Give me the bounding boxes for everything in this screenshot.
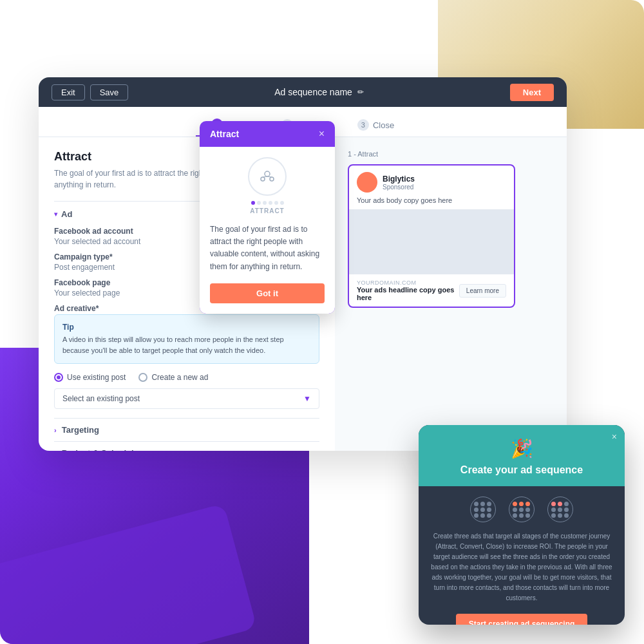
stage-dot bbox=[513, 502, 517, 506]
attract-popup-title: Attract bbox=[210, 129, 239, 139]
stage-convert bbox=[509, 497, 535, 522]
attract-popup: Attract × ATTRACT bbox=[200, 121, 335, 314]
attract-label: ATTRACT bbox=[250, 207, 284, 214]
existing-post-select[interactable]: Select an existing post ▼ bbox=[54, 388, 319, 409]
ad-section-label: Ad bbox=[61, 209, 72, 219]
stage-dot bbox=[558, 513, 562, 518]
dropdown-arrow-icon: ▼ bbox=[303, 394, 311, 403]
attract-icon-area: ATTRACT bbox=[210, 157, 325, 214]
preview-label: 1 - Attract bbox=[348, 150, 554, 158]
svg-line-4 bbox=[267, 176, 272, 177]
stage-dot bbox=[474, 513, 478, 518]
tab-num-close: 3 bbox=[357, 119, 369, 131]
ad-account-info: Biglytics Sponsored bbox=[383, 175, 415, 191]
save-button[interactable]: Save bbox=[90, 84, 129, 100]
top-bar-left: Exit Save bbox=[52, 84, 128, 100]
stage-circle-close bbox=[547, 497, 573, 522]
right-panel: 1 - Attract Biglytics Sponsored Your ads… bbox=[335, 137, 567, 451]
stage-dot bbox=[480, 502, 485, 506]
attract-svg-icon bbox=[258, 167, 276, 185]
attract-circle-icon bbox=[248, 157, 287, 196]
dots-row bbox=[251, 201, 284, 205]
sequence-title: Ad sequence name ✏ bbox=[274, 87, 364, 97]
stage-dots-attract bbox=[474, 502, 492, 518]
stage-attract bbox=[470, 497, 496, 522]
targeting-label: Targeting bbox=[62, 425, 99, 435]
stage-dot bbox=[551, 507, 556, 512]
ad-preview-header: Biglytics Sponsored bbox=[349, 166, 514, 196]
stage-dot bbox=[526, 513, 530, 518]
bottom-card-inner: 🎉 Create your ad sequence × bbox=[419, 425, 625, 625]
stage-circle-attract bbox=[470, 497, 496, 522]
stage-dot bbox=[487, 502, 491, 506]
dot-4 bbox=[269, 201, 272, 205]
stages-row bbox=[470, 497, 573, 522]
stage-dot bbox=[526, 502, 530, 506]
budget-header[interactable]: › Budget & Schedule bbox=[54, 448, 319, 451]
dot-5 bbox=[274, 201, 278, 205]
stage-dot bbox=[551, 513, 556, 518]
attract-popup-body: ATTRACT The goal of your first ad is to … bbox=[200, 147, 335, 314]
stage-dots-convert bbox=[513, 502, 531, 518]
chevron-right-icon-targeting: › bbox=[54, 426, 57, 434]
chevron-down-icon: ▾ bbox=[54, 211, 57, 218]
stage-dot bbox=[551, 502, 556, 506]
svg-line-3 bbox=[263, 176, 267, 177]
dot-2 bbox=[257, 201, 261, 205]
radio-existing-post[interactable]: Use existing post bbox=[54, 373, 126, 382]
stage-dot bbox=[558, 502, 562, 506]
stage-dot bbox=[558, 507, 562, 512]
start-sequencing-button[interactable]: Start creating ad sequencing bbox=[456, 614, 588, 625]
dot-1 bbox=[251, 201, 255, 205]
stage-dot bbox=[480, 513, 485, 518]
stage-dot bbox=[513, 513, 517, 518]
tip-box: Tip A video in this step will allow you … bbox=[54, 314, 319, 364]
ad-domain: YOURDOMAIN.COM bbox=[357, 279, 459, 286]
ad-headline: Your ads headline copy goes here bbox=[357, 286, 459, 301]
svg-point-1 bbox=[261, 177, 265, 181]
radio-existing-indicator bbox=[54, 373, 63, 382]
dot-3 bbox=[263, 201, 267, 205]
bottom-card-body: Create three ads that target all stages … bbox=[419, 486, 625, 625]
tip-title: Tip bbox=[62, 323, 311, 332]
bottom-card-header: 🎉 Create your ad sequence × bbox=[419, 425, 625, 486]
stage-dot bbox=[474, 507, 478, 512]
stage-dot bbox=[480, 507, 485, 512]
svg-point-0 bbox=[265, 171, 270, 176]
stage-dot bbox=[519, 502, 524, 506]
ad-preview-card: Biglytics Sponsored Your ads body copy g… bbox=[348, 164, 515, 308]
radio-group: Use existing post Create a new ad bbox=[54, 373, 319, 382]
tab-close[interactable]: 3 Close bbox=[342, 114, 410, 136]
targeting-header[interactable]: › Targeting bbox=[54, 425, 319, 435]
bottom-card-title: Create your ad sequence bbox=[429, 464, 614, 476]
stage-circle-convert bbox=[509, 497, 535, 522]
got-it-button[interactable]: Got it bbox=[210, 283, 325, 303]
stage-dot bbox=[519, 507, 524, 512]
select-placeholder: Select an existing post bbox=[62, 394, 140, 403]
radio-existing-label: Use existing post bbox=[67, 373, 126, 382]
learn-more-button[interactable]: Learn more bbox=[459, 284, 506, 298]
ad-sponsored: Sponsored bbox=[383, 184, 415, 191]
attract-popup-close[interactable]: × bbox=[319, 129, 325, 139]
exit-button[interactable]: Exit bbox=[52, 84, 85, 100]
next-button[interactable]: Next bbox=[510, 84, 554, 101]
svg-point-2 bbox=[270, 177, 274, 181]
ad-footer-left: YOURDOMAIN.COM Your ads headline copy go… bbox=[357, 279, 459, 301]
stage-dot bbox=[564, 502, 569, 506]
stage-dot bbox=[487, 513, 491, 518]
attract-popup-desc: The goal of your first ad is to attract … bbox=[210, 223, 325, 273]
edit-icon[interactable]: ✏ bbox=[357, 88, 364, 97]
attract-popup-header: Attract × bbox=[200, 121, 335, 147]
top-bar: Exit Save Ad sequence name ✏ Next bbox=[39, 77, 567, 107]
stage-dot bbox=[564, 513, 569, 518]
radio-new-ad[interactable]: Create a new ad bbox=[138, 373, 208, 382]
create-sequence-card: 🎉 Create your ad sequence × bbox=[419, 425, 625, 625]
bottom-card-close-button[interactable]: × bbox=[612, 431, 617, 442]
advertiser-avatar bbox=[357, 172, 377, 193]
dot-6 bbox=[280, 201, 284, 205]
budget-section: › Budget & Schedule bbox=[54, 441, 319, 451]
stage-dot bbox=[519, 513, 524, 518]
stage-dots-close bbox=[551, 502, 569, 518]
stage-close bbox=[547, 497, 573, 522]
ad-body-text: Your ads body copy goes here bbox=[349, 196, 514, 209]
